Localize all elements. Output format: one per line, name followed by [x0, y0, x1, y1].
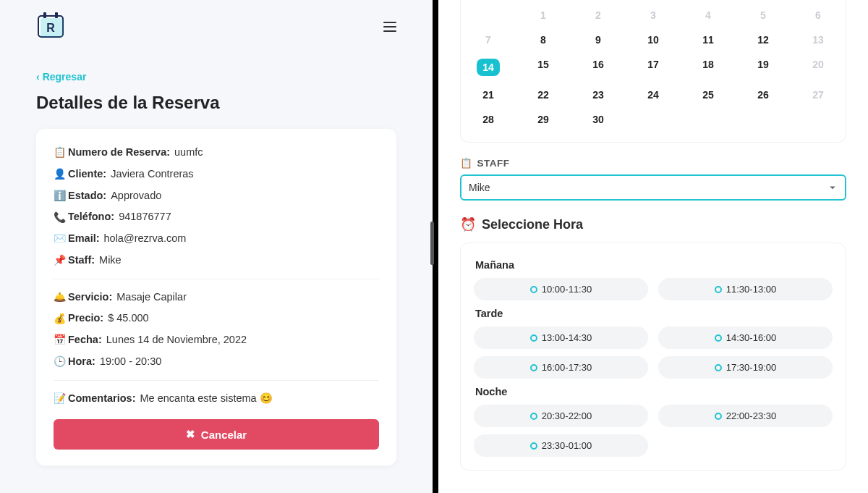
page-title: Detalles de la Reserva	[36, 93, 396, 113]
calendar-day-15[interactable]: 15	[516, 52, 571, 83]
time-slot[interactable]: 10:00-11:30	[474, 278, 648, 300]
bell-icon: 🛎️	[54, 290, 68, 305]
field-time: 🕒 Hora: 19:00 - 20:30	[54, 354, 379, 370]
alarm-icon: ⏰	[460, 216, 476, 232]
period-label: Noche	[475, 386, 833, 397]
note-icon: 📝	[54, 391, 68, 406]
radio-icon	[715, 286, 722, 293]
svg-text:R: R	[46, 22, 55, 34]
time-slot[interactable]: 13:00-14:30	[474, 326, 648, 349]
staff-section-label: 📋 STAFF	[460, 157, 846, 169]
field-staff: 📌 Staff: Mike	[54, 253, 379, 269]
person-icon: 👤	[54, 167, 68, 182]
calendar-day-22[interactable]: 22	[516, 83, 571, 107]
calendar-day-20: 20	[791, 52, 846, 83]
calendar-day-14[interactable]: 14	[461, 52, 516, 83]
staff-select[interactable]: Mike	[460, 174, 846, 201]
pin-icon: 📌	[54, 253, 68, 268]
back-label: Regresar	[43, 71, 87, 83]
chevron-left-icon: ‹	[36, 71, 40, 83]
phone-link[interactable]: 941876777	[119, 209, 171, 225]
radio-icon	[715, 334, 722, 342]
calendar-day-30[interactable]: 30	[571, 107, 626, 132]
svg-rect-3	[55, 12, 58, 18]
field-price: 💰 Precio: $ 45.000	[54, 311, 379, 326]
calendar-day-19[interactable]: 19	[736, 52, 791, 83]
info-icon: ℹ️	[54, 188, 68, 203]
calendar-day-18[interactable]: 18	[681, 52, 736, 83]
calendar-day-10[interactable]: 10	[626, 28, 681, 52]
field-phone: 📞 Teléfono: 941876777	[54, 209, 379, 225]
email-link[interactable]: hola@rezrva.com	[104, 231, 187, 247]
calendar-icon: 📅	[54, 332, 68, 347]
calendar-day-3: 3	[626, 3, 681, 28]
time-slot[interactable]: 16:00-17:30	[474, 356, 648, 379]
reservation-card: 📋 Numero de Reserva: uumfc 👤 Cliente: Ja…	[36, 129, 396, 465]
calendar-day-8[interactable]: 8	[516, 28, 571, 52]
money-icon: 💰	[54, 311, 68, 326]
time-slot[interactable]: 23:30-01:00	[474, 434, 648, 457]
calendar-day-2: 2	[571, 3, 626, 28]
time-slot[interactable]: 14:30-16:00	[658, 326, 833, 349]
field-client: 👤 Cliente: Javiera Contreras	[54, 167, 379, 182]
field-email: ✉️ Email: hola@rezrva.com	[54, 231, 379, 247]
time-slot[interactable]: 20:30-22:00	[474, 405, 648, 427]
field-state: ℹ️ Estado: Approvado	[54, 188, 379, 204]
select-hour-title: ⏰ Seleccione Hora	[460, 216, 846, 232]
divider	[54, 279, 379, 279]
clock-icon: 🕒	[54, 354, 68, 369]
calendar-day-24[interactable]: 24	[626, 83, 681, 107]
field-date: 📅 Fecha: Lunes 14 de Noviembre, 2022	[54, 332, 379, 348]
calendar: 1234567891011121314151617181920212223242…	[460, 0, 846, 143]
calendar-day-1: 1	[516, 3, 571, 28]
calendar-day-5: 5	[736, 3, 791, 28]
calendar-day-12[interactable]: 12	[736, 28, 791, 52]
calendar-day-25[interactable]: 25	[681, 83, 736, 107]
calendar-day-17[interactable]: 17	[626, 52, 681, 83]
radio-icon	[715, 413, 722, 420]
calendar-day-11[interactable]: 11	[681, 28, 736, 52]
calendar-day-6: 6	[791, 3, 846, 28]
radio-icon	[530, 286, 537, 293]
field-service: 🛎️ Servicio: Masaje Capilar	[54, 290, 379, 306]
time-slot[interactable]: 22:00-23:30	[658, 405, 833, 427]
calendar-day-23[interactable]: 23	[571, 83, 626, 107]
close-icon: ✖	[186, 428, 195, 441]
divider	[54, 380, 379, 381]
calendar-day-28[interactable]: 28	[461, 107, 516, 132]
period-label: Tarde	[475, 308, 833, 319]
clipboard-icon: 📋	[460, 157, 473, 169]
calendar-day-13: 13	[791, 28, 846, 52]
calendar-day-9[interactable]: 9	[571, 28, 626, 52]
time-slots-card: Mañana10:00-11:3011:30-13:00Tarde13:00-1…	[460, 243, 846, 471]
clipboard-icon: 📋	[54, 145, 68, 160]
period-label: Mañana	[475, 259, 833, 271]
mail-icon: ✉️	[54, 231, 68, 246]
reservation-details-pane: R ‹ Regresar Detalles de la Reserva 📋 Nu…	[0, 0, 433, 493]
calendar-day-7: 7	[461, 28, 516, 52]
radio-icon	[530, 442, 537, 450]
topbar: R	[36, 7, 396, 55]
menu-icon[interactable]	[383, 22, 396, 32]
svg-rect-2	[43, 12, 46, 18]
calendar-day-21[interactable]: 21	[461, 83, 516, 107]
cancel-label: Cancelar	[201, 429, 247, 441]
radio-icon	[530, 334, 537, 342]
calendar-day-27: 27	[791, 83, 846, 107]
calendar-day-4: 4	[681, 3, 736, 28]
field-comments: 📝 Comentarios: Me encanta este sistema 😊	[54, 391, 379, 407]
phone-icon: 📞	[54, 210, 68, 225]
calendar-day-29[interactable]: 29	[516, 107, 571, 132]
calendar-day-26[interactable]: 26	[736, 83, 791, 107]
time-slot[interactable]: 11:30-13:00	[658, 278, 833, 300]
app-logo: R	[36, 12, 65, 42]
radio-icon	[530, 413, 537, 420]
cancel-button[interactable]: ✖ Cancelar	[54, 419, 379, 450]
back-button[interactable]: ‹ Regresar	[36, 71, 396, 83]
time-slot[interactable]: 17:30-19:00	[658, 356, 833, 379]
booking-pane: 1234567891011121314151617181920212223242…	[438, 0, 868, 493]
field-reservation-number: 📋 Numero de Reserva: uumfc	[54, 145, 379, 161]
calendar-day-16[interactable]: 16	[571, 52, 626, 83]
pane-divider[interactable]	[433, 0, 438, 493]
radio-icon	[715, 364, 722, 371]
